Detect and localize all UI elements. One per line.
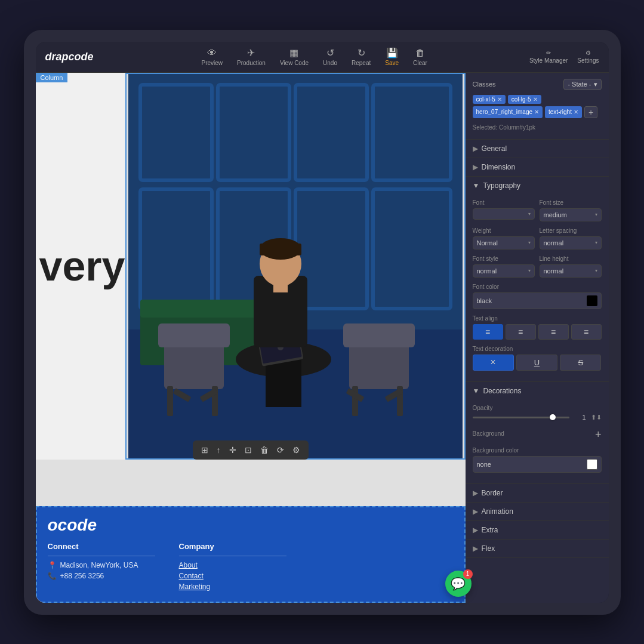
deco-strikethrough-btn[interactable]: S <box>560 355 601 371</box>
tags-row: col-xl-5 ✕ col-lg-5 ✕ hero_07_right_imag… <box>473 95 602 118</box>
ft-link-btn[interactable]: ⟳ <box>273 443 288 457</box>
font-size-arrow: ▾ <box>595 212 597 217</box>
bg-color-label: Background color <box>473 447 602 454</box>
tag-col-lg-5-remove[interactable]: ✕ <box>533 96 538 103</box>
ft-settings-btn[interactable]: ⚙ <box>289 443 304 457</box>
chevron-right-icon-flex: ▶ <box>473 544 478 553</box>
svg-rect-25 <box>260 244 301 255</box>
font-style-label: Font style <box>473 255 535 262</box>
border-header[interactable]: ▶ Border <box>466 484 609 502</box>
decorations-header[interactable]: ▼ Decorations <box>466 382 609 400</box>
view-code-button[interactable]: ▦ View Code <box>280 47 309 66</box>
left-text-area: very <box>36 73 125 460</box>
weight-select[interactable]: Normal ▾ <box>473 236 535 249</box>
dimension-header[interactable]: ▶ Dimension <box>466 158 609 176</box>
chevron-down-icon-typo: ▼ <box>473 181 480 190</box>
align-left-btn[interactable]: ≡ <box>473 324 503 340</box>
background-add-btn[interactable]: + <box>595 429 602 441</box>
letter-spacing-select[interactable]: normal ▾ <box>540 236 602 249</box>
chevron-right-icon-2: ▶ <box>473 163 478 171</box>
svg-rect-11 <box>140 300 272 318</box>
font-color-field[interactable]: black <box>473 292 602 309</box>
opacity-slider[interactable] <box>473 417 569 418</box>
footer-connect-title: Connect <box>48 542 155 551</box>
settings-button[interactable]: ⚙ Settings <box>577 50 599 64</box>
line-height-group: Line height normal ▾ <box>540 255 602 278</box>
chevron-right-icon-anim: ▶ <box>473 507 478 516</box>
ft-move-btn[interactable]: ✛ <box>226 443 240 457</box>
footer-divider-1 <box>48 556 155 556</box>
weight-row: Weight Normal ▾ Letter spacing normal <box>473 227 602 249</box>
ft-copy-btn[interactable]: ⊡ <box>241 443 255 457</box>
typography-section: ▼ Typography Font ▾ <box>466 177 609 382</box>
animation-section: ▶ Animation <box>466 503 609 521</box>
general-header[interactable]: ▶ General <box>466 140 609 158</box>
hero-scene-svg <box>125 73 466 460</box>
tag-text-right: text-right ✕ <box>545 106 582 118</box>
font-select[interactable]: ▾ <box>473 208 535 220</box>
align-justify-btn[interactable]: ≡ <box>571 324 602 340</box>
ft-delete-btn[interactable]: 🗑 <box>257 443 272 457</box>
footer-divider-2 <box>179 556 286 556</box>
tag-text-right-remove[interactable]: ✕ <box>574 109 578 115</box>
save-button[interactable]: 💾 Save <box>385 47 399 66</box>
align-center-btn[interactable]: ≡ <box>506 324 536 340</box>
deco-underline-btn[interactable]: U <box>516 355 557 371</box>
chat-bubble[interactable]: 💬 1 <box>445 571 472 597</box>
footer-phone: 📞 +88 256 3256 <box>48 572 155 580</box>
dimension-section: ▶ Dimension <box>466 158 609 177</box>
align-right-btn[interactable]: ≡ <box>538 324 569 340</box>
animation-header[interactable]: ▶ Animation <box>466 503 609 520</box>
bg-color-section: Background color none <box>473 447 602 473</box>
repeat-icon: ↻ <box>358 47 365 58</box>
bg-color-field[interactable]: none <box>473 456 602 473</box>
font-color-swatch <box>587 295 597 306</box>
style-manager-icon: ✏ <box>546 50 551 56</box>
text-decoration-section: Text decoration ✕ U S <box>473 346 602 371</box>
flex-header[interactable]: ▶ Flex <box>466 540 609 557</box>
font-size-select[interactable]: medium ▾ <box>540 208 602 221</box>
chevron-right-icon: ▶ <box>473 144 478 153</box>
production-button[interactable]: ✈ Production <box>237 47 266 66</box>
font-style-arrow: ▾ <box>528 268 531 273</box>
toolbar: drapcode 👁 Preview ✈ Production ▦ View C… <box>36 42 609 73</box>
classes-header: Classes - State - ▾ <box>473 79 602 90</box>
tag-hero-image-remove[interactable]: ✕ <box>534 109 539 115</box>
undo-button[interactable]: ↺ Undo <box>323 47 337 66</box>
production-icon: ✈ <box>247 47 255 58</box>
style-panel: Classes - State - ▾ col-xl-5 ✕ col-lg-5 <box>466 73 609 603</box>
canvas-area: Column very <box>36 73 466 603</box>
canvas-wrapper: Column very <box>36 73 466 603</box>
tag-add-button[interactable]: + <box>584 106 597 118</box>
clear-button[interactable]: 🗑 Clear <box>413 48 427 66</box>
opacity-stepper[interactable]: ⬆⬇ <box>591 414 602 421</box>
save-icon: 💾 <box>386 47 398 58</box>
chat-icon: 💬 <box>451 577 466 591</box>
typography-content: Font ▾ Font size medium ▾ <box>466 195 609 381</box>
ft-save-btn[interactable]: ⊞ <box>198 443 212 457</box>
chat-badge: 1 <box>463 569 473 579</box>
footer-logo: ocode <box>48 516 454 535</box>
preview-button[interactable]: 👁 Preview <box>201 48 223 66</box>
extra-header[interactable]: ▶ Extra <box>466 521 609 539</box>
letter-spacing-label: Letter spacing <box>540 227 602 234</box>
svg-rect-27 <box>164 341 224 389</box>
line-height-arrow: ▾ <box>595 268 597 273</box>
state-dropdown[interactable]: - State - ▾ <box>563 79 601 90</box>
phone-icon: 📞 <box>48 572 57 580</box>
typography-header[interactable]: ▼ Typography <box>466 177 609 195</box>
style-manager-button[interactable]: ✏ Style Manager <box>529 50 568 64</box>
chevron-right-icon-extra: ▶ <box>473 526 478 534</box>
tag-col-xl-5-remove[interactable]: ✕ <box>497 96 502 103</box>
hero-text: very <box>39 242 125 290</box>
ft-up-btn[interactable]: ↑ <box>213 443 224 457</box>
align-buttons: ≡ ≡ ≡ ≡ <box>473 324 602 340</box>
extra-section: ▶ Extra <box>466 521 609 540</box>
repeat-button[interactable]: ↻ Repeat <box>352 47 371 66</box>
svg-rect-34 <box>343 323 415 347</box>
svg-rect-13 <box>266 359 301 407</box>
font-style-select[interactable]: normal ▾ <box>473 264 535 278</box>
footer-link-contact: Contact <box>179 572 286 580</box>
line-height-select[interactable]: normal ▾ <box>540 264 602 278</box>
deco-none-btn[interactable]: ✕ <box>473 355 514 371</box>
